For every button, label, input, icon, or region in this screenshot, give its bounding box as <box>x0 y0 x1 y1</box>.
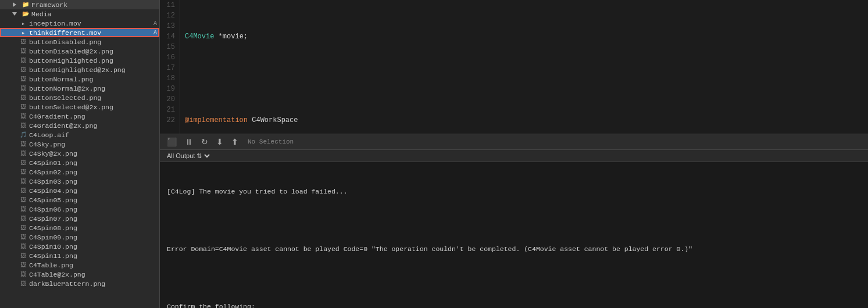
code-text: C4Movie *movie; @implementation C4WorkSp… <box>180 0 868 134</box>
sidebar-item-C4Spin10-png[interactable]: 🖼 C4Spin10.png <box>0 242 159 251</box>
file-icon: 🎵 <box>19 131 28 139</box>
sidebar-item-label: buttonHighlighted@2x.png <box>29 66 157 74</box>
sidebar-item-C4Spin04-png[interactable]: 🖼 C4Spin04.png <box>0 186 159 195</box>
debug-toolbar: ⬛ ⏸ ↻ ⬇ ⬆ No Selection <box>160 134 868 150</box>
sidebar-item-C4Sky2x-png[interactable]: 🖼 C4Sky@2x.png <box>0 149 159 158</box>
sidebar-item-media[interactable]: 📂 Media <box>0 9 159 19</box>
file-icon: 🖼 <box>19 214 28 223</box>
file-icon: 🖼 <box>19 149 28 157</box>
file-icon: 🖼 <box>19 233 28 241</box>
sidebar-item-label: C4Spin04.png <box>29 187 157 195</box>
triangle-right-icon <box>10 1 20 9</box>
file-icon: ▸ <box>19 19 28 27</box>
sidebar-item-C4Spin09-png[interactable]: 🖼 C4Spin09.png <box>0 232 159 242</box>
file-icon: 🖼 <box>19 140 28 148</box>
sidebar-item-label: inception.mov <box>29 20 151 27</box>
sidebar-item-label: C4Spin11.png <box>29 252 157 260</box>
file-icon: 🖼 <box>19 94 28 102</box>
file-icon: 🖼 <box>19 177 28 185</box>
log-line-2: Error Domain=C4Movie asset cannot be pla… <box>167 244 861 255</box>
sidebar-item-inception-mov[interactable]: ▸ inception.mov A <box>0 19 159 28</box>
sidebar-item-label: buttonDisabled@2x.png <box>29 48 157 55</box>
line-numbers: 11 12 13 14 15 16 17 18 19 20 21 22 <box>160 0 180 134</box>
sidebar-item-buttonDisabled2x-png[interactable]: 🖼 buttonDisabled@2x.png <box>0 46 159 56</box>
file-icon: 🖼 <box>19 47 28 55</box>
sidebar-item-label: buttonNormal.png <box>29 76 157 83</box>
debug-step-up-button[interactable]: ⬆ <box>229 136 241 148</box>
sidebar-item-C4Spin05-png[interactable]: 🖼 C4Spin05.png <box>0 195 159 205</box>
debug-pause-button[interactable]: ⏸ <box>183 136 195 148</box>
sidebar-item-buttonNormal-png[interactable]: 🖼 buttonNormal.png <box>0 74 159 84</box>
file-icon: 🖼 <box>19 66 28 74</box>
file-icon: 🖼 <box>19 187 28 195</box>
sidebar-item-label: C4Spin03.png <box>29 178 157 185</box>
sidebar-item-buttonHighlighted-png[interactable]: 🖼 buttonHighlighted.png <box>0 56 159 65</box>
badge-a: A <box>153 30 157 36</box>
file-icon: 🖼 <box>19 121 28 130</box>
code-editor: 11 12 13 14 15 16 17 18 19 20 21 22 C4Mo… <box>160 0 868 134</box>
sidebar-item-C4Spin11-png[interactable]: 🖼 C4Spin11.png <box>0 251 159 260</box>
file-icon: 🖼 <box>19 280 28 288</box>
file-icon: ▸ <box>19 28 28 37</box>
sidebar-item-C4Gradient-png[interactable]: 🖼 C4Gradient.png <box>0 112 159 121</box>
output-panel: All Output ⇅ [C4Log] The movie you tried… <box>160 150 868 308</box>
file-icon: 🖼 <box>19 159 28 167</box>
output-header: All Output ⇅ <box>160 150 868 162</box>
file-icon: 🖼 <box>19 224 28 232</box>
sidebar-item-C4Table2x-png[interactable]: 🖼 C4Table@2x.png <box>0 270 159 279</box>
file-icon: 🖼 <box>19 75 28 83</box>
log-line-3: Confirm the following: <box>167 302 861 308</box>
file-icon: 🖼 <box>19 84 28 92</box>
sidebar-item-buttonDisabled-png[interactable]: 🖼 buttonDisabled.png <box>0 37 159 46</box>
triangle-down-icon <box>10 10 20 18</box>
sidebar-item-label: C4Gradient.png <box>29 113 157 120</box>
sidebar-item-label: C4Spin08.png <box>29 224 157 232</box>
file-icon: 🖼 <box>19 38 28 46</box>
sidebar-item-C4Sky-png[interactable]: 🖼 C4Sky.png <box>0 139 159 149</box>
sidebar-item-buttonSelected2x-png[interactable]: 🖼 buttonSelected@2x.png <box>0 102 159 112</box>
debug-step-down-button[interactable]: ⬇ <box>214 136 226 148</box>
sidebar-item-buttonHighlighted2x-png[interactable]: 🖼 buttonHighlighted@2x.png <box>0 65 159 74</box>
sidebar-item-C4Spin07-png[interactable]: 🖼 C4Spin07.png <box>0 214 159 223</box>
sidebar-item-label: C4Spin06.png <box>29 206 157 213</box>
sidebar-item-label: C4Spin01.png <box>29 159 157 167</box>
debug-no-selection-label: No Selection <box>248 138 294 145</box>
sidebar-item-darkBluePattern-png[interactable]: 🖼 darkBluePattern.png <box>0 279 159 288</box>
sidebar-item-label: Framework <box>31 1 157 9</box>
sidebar-item-C4Table-png[interactable]: 🖼 C4Table.png <box>0 260 159 270</box>
sidebar-item-label: buttonDisabled.png <box>29 38 157 46</box>
sidebar-item-label: buttonSelected.png <box>29 94 157 102</box>
output-filter-select[interactable]: All Output ⇅ <box>165 152 212 160</box>
sidebar-item-C4Gradient2x-png[interactable]: 🖼 C4Gradient@2x.png <box>0 121 159 130</box>
sidebar-item-label: buttonSelected@2x.png <box>29 103 157 111</box>
debug-stop-button[interactable]: ⬛ <box>165 136 179 148</box>
debug-step-over-button[interactable]: ↻ <box>199 136 210 148</box>
sidebar-item-C4Spin08-png[interactable]: 🖼 C4Spin08.png <box>0 223 159 232</box>
file-icon: 🖼 <box>19 168 28 176</box>
main-content: 11 12 13 14 15 16 17 18 19 20 21 22 C4Mo… <box>160 0 868 308</box>
sidebar-item-label: buttonHighlighted.png <box>29 57 157 65</box>
sidebar-item-label: C4Spin09.png <box>29 234 157 241</box>
sidebar-item-buttonNormal2x-png[interactable]: 🖼 buttonNormal@2x.png <box>0 84 159 93</box>
code-line-11: C4Movie *movie; <box>185 31 863 42</box>
sidebar-item-C4Spin01-png[interactable]: 🖼 C4Spin01.png <box>0 158 159 167</box>
log-line-1: [C4Log] The movie you tried to load fail… <box>167 187 861 197</box>
sidebar-item-label: C4Sky.png <box>29 141 157 148</box>
sidebar-item-label: C4Table.png <box>29 262 157 269</box>
sidebar-item-label: C4Loop.aif <box>29 131 157 139</box>
sidebar-item-C4Spin02-png[interactable]: 🖼 C4Spin02.png <box>0 167 159 177</box>
code-scroll[interactable]: 11 12 13 14 15 16 17 18 19 20 21 22 C4Mo… <box>160 0 868 134</box>
code-line-12 <box>185 73 863 84</box>
sidebar-item-C4Spin06-png[interactable]: 🖼 C4Spin06.png <box>0 205 159 214</box>
file-icon: 🖼 <box>19 103 28 111</box>
sidebar-item-thinkdifferent-mov[interactable]: ▸ thinkdifferent.mov A <box>0 28 159 37</box>
sidebar-item-label: C4Spin02.png <box>29 169 157 176</box>
sidebar-item-label: C4Spin10.png <box>29 243 157 250</box>
sidebar-item-C4Spin03-png[interactable]: 🖼 C4Spin03.png <box>0 177 159 186</box>
sidebar-item-label: Media <box>31 10 157 18</box>
sidebar-item-buttonSelected-png[interactable]: 🖼 buttonSelected.png <box>0 93 159 102</box>
sidebar-item-label: C4Table@2x.png <box>29 271 157 278</box>
sidebar-item-framework[interactable]: 📁 Framework <box>0 0 159 9</box>
sidebar-item-C4Loop-aif[interactable]: 🎵 C4Loop.aif <box>0 130 159 139</box>
sidebar-item-label: C4Spin05.png <box>29 196 157 204</box>
